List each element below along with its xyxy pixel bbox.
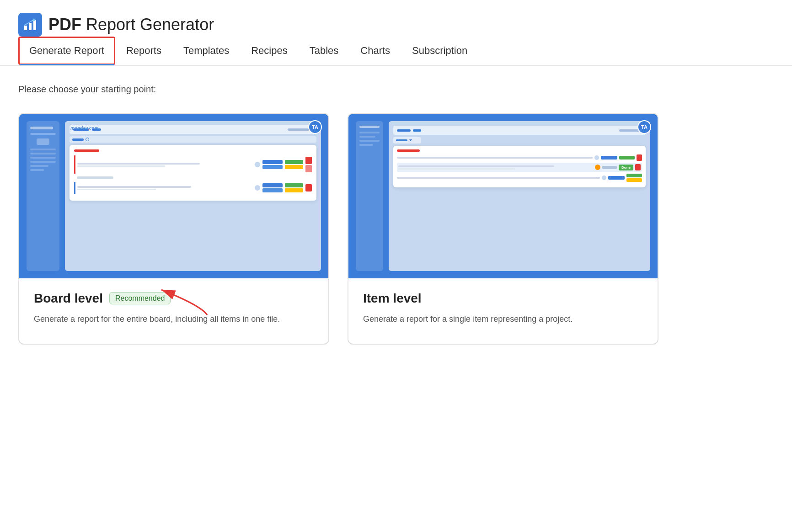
app-title: PDF Report Generator — [48, 15, 214, 34]
svg-rect-2 — [33, 20, 36, 30]
board-level-title-row: Board level Recommended — [34, 291, 314, 306]
item-level-card[interactable]: Done — [348, 113, 658, 345]
svg-rect-0 — [24, 26, 27, 30]
ta-badge-board: TA — [308, 120, 322, 134]
header: PDF Report Generator — [0, 0, 792, 37]
item-level-image: Done — [348, 114, 658, 278]
board-level-title: Board level — [34, 291, 103, 306]
item-level-title-row: Item level — [363, 291, 643, 306]
nav-item-charts[interactable]: Charts — [349, 37, 401, 65]
ta-badge-item: TA — [637, 120, 651, 134]
nav-item-reports[interactable]: Reports — [115, 37, 172, 65]
main-content: Please choose your starting point: — [0, 66, 792, 363]
nav-item-tables[interactable]: Tables — [299, 37, 350, 65]
nav-item-recipes[interactable]: Recipes — [240, 37, 298, 65]
nav-item-subscription[interactable]: Subscription — [401, 37, 478, 65]
board-level-image: monday.com — [19, 114, 328, 278]
nav-item-templates[interactable]: Templates — [172, 37, 240, 65]
svg-rect-1 — [29, 23, 32, 30]
item-level-body: Item level Generate a report for a singl… — [348, 278, 658, 344]
recommended-container: Recommended — [109, 294, 171, 303]
logo-icon — [18, 13, 42, 37]
item-level-title: Item level — [363, 291, 422, 306]
nav-item-generate-report[interactable]: Generate Report — [18, 37, 115, 65]
board-level-description: Generate a report for the entire board, … — [34, 313, 314, 325]
logo: PDF Report Generator — [18, 13, 214, 37]
page-subtitle: Please choose your starting point: — [18, 84, 774, 95]
item-level-description: Generate a report for a single item repr… — [363, 313, 643, 325]
board-level-card[interactable]: monday.com — [18, 113, 329, 345]
svg-marker-3 — [32, 18, 36, 21]
navigation: Generate Report Reports Templates Recipe… — [0, 37, 792, 66]
recommended-badge: Recommended — [109, 292, 171, 304]
board-level-body: Board level Recommended — [19, 278, 328, 344]
cards-container: monday.com — [18, 113, 774, 345]
